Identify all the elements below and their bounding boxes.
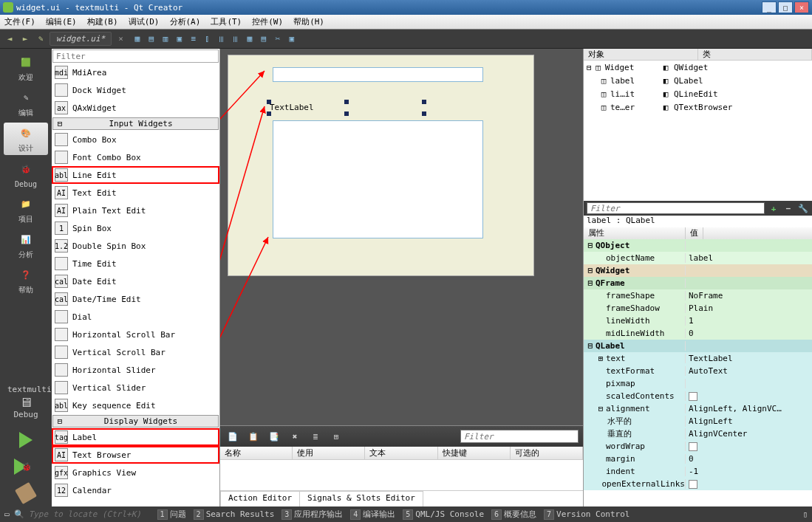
widgetbox-item[interactable]: ablKey sequence Edit <box>52 396 219 414</box>
widgetbox-item[interactable]: mdiMdiArea <box>52 63 219 81</box>
mode-edit[interactable]: ✎编辑 <box>4 87 48 120</box>
prop-row[interactable]: objectNamelabel <box>584 252 812 264</box>
widgetbox-item[interactable]: Dock Widget <box>52 81 219 99</box>
prop-row[interactable]: pixmap <box>584 377 812 390</box>
object-row[interactable]: ◫li…it◧QLineEdit <box>584 87 812 100</box>
action-filter[interactable] <box>460 430 579 443</box>
prop-category[interactable]: ⊟QLabel <box>584 340 812 352</box>
adjust-size-icon[interactable]: ▣ <box>286 33 298 45</box>
menu-item[interactable]: 编辑(E) <box>46 16 77 27</box>
widgetbox-item[interactable]: axQAxWidget <box>52 99 219 117</box>
form-canvas[interactable]: TextLabel <box>220 49 583 425</box>
run-button[interactable] <box>11 428 41 452</box>
mode-qt[interactable]: 🟩欢迎 <box>4 52 48 84</box>
locator-toggle-icon[interactable]: ▭ <box>4 509 10 519</box>
selection-handle[interactable] <box>344 100 349 104</box>
remove-prop-icon[interactable]: − <box>782 202 794 214</box>
output-tab[interactable]: 7Version Control <box>541 508 632 521</box>
add-prop-icon[interactable]: + <box>768 202 779 214</box>
paste-action-icon[interactable]: 📑 <box>266 428 282 444</box>
selection-handle[interactable] <box>422 100 426 104</box>
prop-category[interactable]: ⊟QWidget <box>584 264 812 277</box>
edit-taborder-icon[interactable]: ▣ <box>174 33 185 45</box>
output-tab[interactable]: 4编译输出 <box>347 508 398 521</box>
mode-proj[interactable]: 📁项目 <box>4 193 48 226</box>
widgetbox-item[interactable]: Horizontal Slider <box>52 361 219 379</box>
back-icon[interactable]: ◄ <box>3 32 16 46</box>
layout-hsplit-icon[interactable]: ⫼ <box>216 33 228 45</box>
action-column[interactable]: 快捷键 <box>438 447 511 459</box>
build-target[interactable]: textmulti 🖥 Debug <box>4 382 47 422</box>
prop-row[interactable]: indent-1 <box>584 465 812 478</box>
prop-row[interactable]: margin0 <box>584 453 812 465</box>
forward-icon[interactable]: ► <box>18 32 32 46</box>
menu-item[interactable]: 帮助(H) <box>293 16 324 27</box>
prop-row[interactable]: frameShadowPlain <box>584 302 812 315</box>
edit-widgets-icon[interactable]: ▦ <box>132 33 143 45</box>
output-tab[interactable]: 6概要信息 <box>488 508 539 521</box>
menu-item[interactable]: 控件(W) <box>252 16 283 27</box>
widgetbox-category[interactable]: ⊟Display Widgets <box>52 415 219 427</box>
property-table[interactable]: ⊟QObjectobjectNamelabel⊟QWidget⊟QFramefr… <box>584 239 812 506</box>
prop-row[interactable]: 水平的AlignLeft <box>584 415 812 427</box>
widgetbox-item[interactable]: AIText Edit <box>52 184 219 202</box>
widgetbox-item[interactable]: Combo Box <box>52 131 219 148</box>
widgetbox-category[interactable]: ⊟Input Widgets <box>52 117 219 130</box>
property-filter[interactable] <box>587 202 765 214</box>
form-widget[interactable]: TextLabel <box>228 55 534 276</box>
output-tab[interactable]: 2Search Results <box>191 508 278 521</box>
selection-handle[interactable] <box>344 111 349 116</box>
delete-action-icon[interactable]: ✖ <box>287 428 303 444</box>
object-row[interactable]: ◫label◧QLabel <box>584 74 812 87</box>
widgetbox-item[interactable]: tagLabel <box>52 428 219 446</box>
menu-item[interactable]: 分析(A) <box>170 16 201 27</box>
file-tab[interactable]: widget.ui* <box>50 32 112 46</box>
menu-item[interactable]: 工具(T) <box>211 16 242 27</box>
widgetbox-item[interactable]: Time Edit <box>52 255 219 272</box>
minimize-button[interactable]: _ <box>762 1 777 13</box>
object-row[interactable]: ⊟◫Widget◧QWidget <box>584 61 812 74</box>
prop-category[interactable]: ⊟QObject <box>584 239 812 252</box>
object-tree[interactable]: ⊟◫Widget◧QWidget◫label◧QLabel◫li…it◧QLin… <box>584 61 812 201</box>
widgetbox-item[interactable]: 1Spin Box <box>52 219 219 237</box>
widgetbox-item[interactable]: Horizontal Scroll Bar <box>52 326 219 343</box>
prop-category[interactable]: ⊟QFrame <box>584 277 812 289</box>
output-tab[interactable]: 5QML/JS Console <box>400 508 487 521</box>
prop-row[interactable]: lineWidth1 <box>584 315 812 327</box>
menu-item[interactable]: 文件(F) <box>4 16 35 27</box>
layout-grid-icon[interactable]: ▦ <box>244 33 256 45</box>
sidebar-toggle-icon[interactable]: ▯ <box>802 509 808 519</box>
break-layout-icon[interactable]: ✂ <box>272 33 284 45</box>
icon-view-icon[interactable]: ⊞ <box>328 428 344 444</box>
close-tab-icon[interactable]: × <box>118 34 123 44</box>
debug-button[interactable]: 🐞 <box>11 455 41 478</box>
output-tab[interactable]: 3应用程序输出 <box>279 508 346 521</box>
widgetbox-item[interactable]: AIPlain Text Edit <box>52 202 219 219</box>
locator-input[interactable] <box>29 509 147 519</box>
action-column[interactable]: 名称 <box>220 447 293 459</box>
prop-row[interactable]: textFormatAutoText <box>584 365 812 377</box>
layout-form-icon[interactable]: ▤ <box>258 33 270 45</box>
build-button[interactable] <box>11 481 41 505</box>
widgetbox-item[interactable]: AIText Browser <box>52 446 219 464</box>
widgetbox-item[interactable]: calDate Edit <box>52 272 219 290</box>
open-docs-icon[interactable]: ✎ <box>34 32 47 46</box>
prop-row[interactable]: wordWrap <box>584 440 812 453</box>
lineedit-widget[interactable] <box>273 67 483 82</box>
output-tab[interactable]: 1问题 <box>154 508 189 521</box>
action-list[interactable] <box>220 460 583 490</box>
copy-action-icon[interactable]: 📋 <box>245 428 262 444</box>
new-action-icon[interactable]: 📄 <box>225 428 241 444</box>
prop-row[interactable]: openExternalLinks <box>584 478 812 490</box>
textbrowser-widget[interactable] <box>273 120 483 238</box>
action-tab[interactable]: Action Editor <box>220 491 300 506</box>
widgetbox-item[interactable]: 1.2Double Spin Box <box>52 237 219 255</box>
mode-design[interactable]: 🎨设计 <box>4 123 48 155</box>
layout-v-icon[interactable]: ⫿ <box>202 33 214 45</box>
maximize-button[interactable]: □ <box>778 1 793 13</box>
mode-bug[interactable]: 🐞Debug <box>4 158 48 190</box>
list-view-icon[interactable]: ≣ <box>307 428 324 444</box>
action-column[interactable]: 使用 <box>293 447 365 459</box>
widgetbox-item[interactable]: calDate/Time Edit <box>52 290 219 308</box>
selection-handle[interactable] <box>267 100 271 104</box>
